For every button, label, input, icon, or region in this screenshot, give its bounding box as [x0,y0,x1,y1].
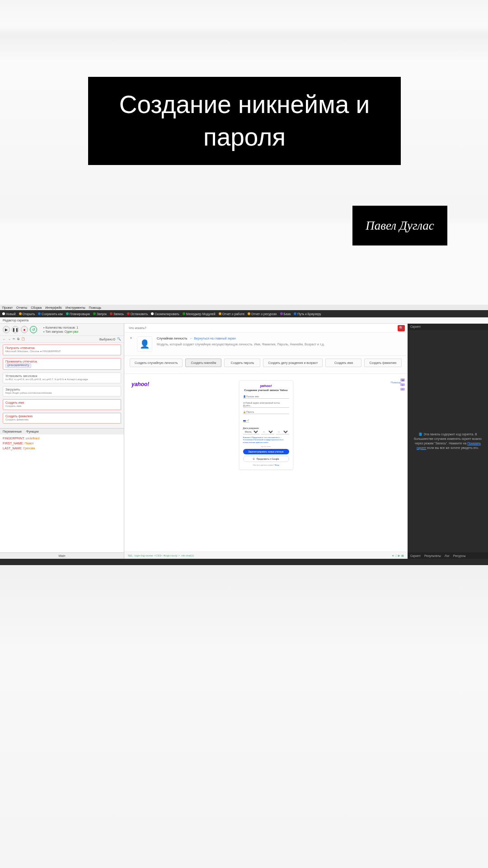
form-footer: Уже есть учетная запись? Вход [243,464,289,466]
dob-year[interactable]: — [276,429,289,434]
tab-log[interactable]: Лог [445,554,450,557]
copy-icon[interactable]: ⧉ [17,337,19,341]
step-card[interactable]: Создать имя Создать имя [3,399,121,410]
paste-icon[interactable]: 📋 [21,337,25,341]
play-button[interactable]: ▶ [3,326,10,333]
create-firstname-button[interactable]: Создать имя [325,359,361,367]
stop-button[interactable]: ↺ [30,326,37,333]
phone-field[interactable]: 🇷🇺 +7 [243,419,249,423]
right-panel: Скрипт 📘 Эта панель содержит код скрипта… [408,324,488,559]
toolbar-run[interactable]: Запуск [93,312,107,316]
search-bar: 🔍 [124,324,408,333]
create-dob-age-button[interactable]: Создать дату рождения и возраст [263,359,323,367]
person-icon: 👤 [137,336,152,352]
list-item[interactable]: FINGERPRINT: undefined [3,436,121,441]
tab-variables[interactable]: Переменные [3,430,22,433]
vars-tabs: Переменные Функции [0,428,124,434]
fullname-field[interactable]: 👤 Полное имя [243,395,289,399]
center-panel: 🔍 ✕ 👤 Случайная личность ← Вернуться на … [124,324,408,559]
left-footer-tab[interactable]: Main [0,552,124,559]
inspect-chips: ⊞ ↕ ↔ [400,378,405,391]
empty-note: пустое поле [243,445,289,448]
breadcrumb-title: Случайная личность [157,337,187,340]
toolbar-saveas[interactable]: Сохранить как [38,312,63,316]
steps-list: Получить отпечаток Microsoft Windows, Ch… [0,343,124,428]
menu-item[interactable]: Отчеты [16,306,27,309]
step-card[interactable]: Создать фамилию Создать фамилию [3,413,121,424]
step-card[interactable]: Загрузить https://login.yahoo.com/accoun… [3,386,121,397]
toolbar-compile[interactable]: Скомпилировать [151,312,179,316]
search-input[interactable] [127,326,398,330]
right-tabs: Скрипт Результаты Лог Ресурсы [408,552,488,559]
yahoo-logo: yahoo! [131,381,149,387]
help-link[interactable]: Помощь [391,381,401,384]
module-description: Модуль, который создает случайную несуще… [157,342,402,347]
forward-icon[interactable]: → [8,338,11,341]
step-card[interactable]: Установить заголовок ru-RU; ru,q=0.9, en… [3,373,121,383]
toolbar-db[interactable]: База [280,312,291,316]
toolbar-modules[interactable]: Менеджер Модулей [183,312,216,316]
menu-item[interactable]: Сборка [31,306,42,309]
create-nickname-button[interactable]: Создать никнейм [185,359,221,367]
dob-day[interactable]: — [261,429,274,434]
toolbar: Новый Открыть Сохранить как Планировщик … [0,310,488,317]
selector-path: SEL: login-big-center >CSS> #login-body … [128,554,194,557]
chip[interactable]: ↕ [400,383,405,386]
search-button[interactable]: 🔍 [398,325,405,331]
toolbar-stop[interactable]: Остановить [127,312,148,316]
action-buttons: Создать случайную личность Создать никне… [124,356,408,374]
step-card[interactable]: Применить отпечаток {{FINGERPRINT}} [3,358,121,370]
toolbar-report-work[interactable]: Отчет о работе [219,312,245,316]
toolbar-browser-path[interactable]: Путь к Браузеру [294,312,321,316]
create-password-button[interactable]: Создать пароль [224,359,260,367]
menubar: Проект Отчеты Сборка Интерфейс Инструмен… [0,305,488,310]
mini-toolbar: ← → ✂ ⧉ 📋 Выбрано: 0 🔍 [0,335,124,343]
list-item[interactable]: FIRST_NAME: Павел [3,441,121,446]
step-card[interactable]: Получить отпечаток Microsoft Windows, Ch… [3,344,121,355]
script-hint: 📘 Эта панель содержит код скрипта. В бол… [408,330,488,552]
email-field[interactable]: ✉ Новый адрес электронной почты @yaho... [243,401,289,408]
dob-month[interactable]: Месяц [243,429,259,434]
signin-link[interactable]: Вход [275,464,279,466]
tab-script[interactable]: Скрипт [410,554,421,557]
toolbar-open[interactable]: Открыть [19,312,35,316]
menu-item[interactable]: Инструменты [66,306,85,309]
create-lastname-button[interactable]: Создать фамилию [364,359,401,367]
google-signin-button[interactable]: G Продолжить с Google [243,456,289,462]
left-panel: ▶ ❚❚ ● ↺ • Количество потоков: 1 • Тип з… [0,324,124,559]
vars-list: FINGERPRINT: undefined FIRST_NAME: Павел… [0,434,124,552]
nav-icon[interactable]: ▶ [398,554,400,557]
search-icon[interactable]: 🔍 [117,337,121,341]
chip[interactable]: ⊞ [400,378,405,382]
run-meta: • Количество потоков: 1 • Тип запуска: О… [43,326,78,334]
tab-resources[interactable]: Ресурсы [453,554,466,557]
back-icon[interactable]: ← [3,338,6,341]
close-icon[interactable]: ✕ [130,336,132,340]
nav-icon[interactable]: ▦ [401,554,404,557]
tab-results[interactable]: Результаты [424,554,441,557]
ide-window: Проект Отчеты Сборка Интерфейс Инструмен… [0,305,488,565]
tab-functions[interactable]: Функции [26,430,39,433]
module-header: ✕ 👤 Случайная личность ← Вернуться на гл… [124,333,408,356]
overlay-title: Создание никнейма и пароля [88,77,401,165]
chip[interactable]: ↔ [400,388,405,391]
toolbar-report-res[interactable]: Отчет о ресурсах [248,312,277,316]
nav-icon[interactable]: ▢ [395,554,398,557]
list-item[interactable]: LAST_NAME: Грехова [3,446,121,451]
overlay-author: Павел Дуглас [352,206,447,245]
signup-button[interactable]: Зарегистрировать новую учетную [243,449,289,454]
pause-button[interactable]: ❚❚ [12,326,19,333]
menu-item[interactable]: Проект [2,306,13,309]
cut-icon[interactable]: ✂ [13,337,15,341]
nav-icon[interactable]: ◄ [391,554,394,557]
toolbar-record[interactable]: Запись [110,312,124,316]
record-button[interactable]: ● [21,326,28,333]
create-random-identity-button[interactable]: Создать случайную личность [130,359,183,367]
menu-item[interactable]: Помощь [89,306,101,309]
password-field[interactable]: 🔒 Пароль [243,410,289,414]
menu-item[interactable]: Интерфейс [45,306,62,309]
toolbar-scheduler[interactable]: Планировщик [66,312,90,316]
back-link[interactable]: ← Вернуться на главный экран [190,337,236,340]
toolbar-new[interactable]: Новый [2,312,16,316]
browser-preview: yahoo! Помощь ⊞ ↕ ↔ yahoo! Создание учет… [124,374,408,552]
